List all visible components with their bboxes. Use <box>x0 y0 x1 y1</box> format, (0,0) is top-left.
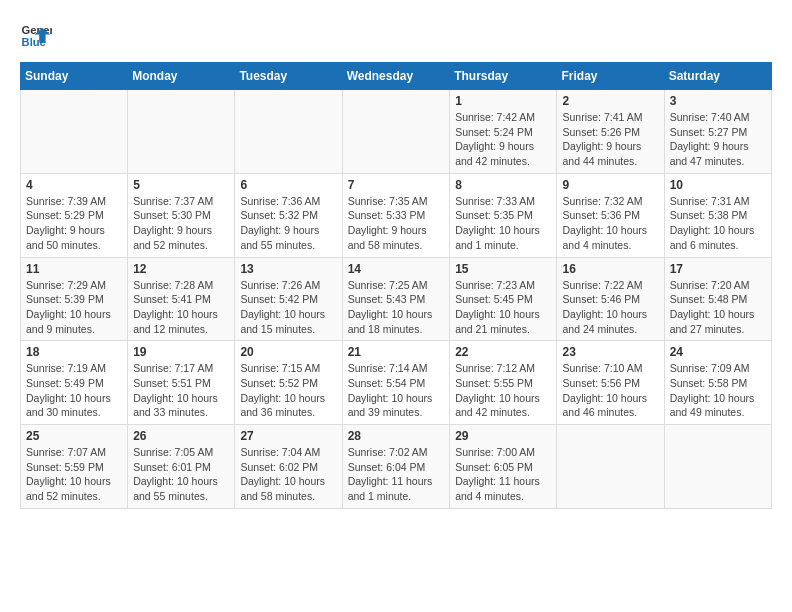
day-info: Sunrise: 7:41 AM Sunset: 5:26 PM Dayligh… <box>562 110 658 169</box>
day-number: 26 <box>133 429 229 443</box>
day-number: 11 <box>26 262 122 276</box>
day-info: Sunrise: 7:10 AM Sunset: 5:56 PM Dayligh… <box>562 361 658 420</box>
calendar-cell: 2Sunrise: 7:41 AM Sunset: 5:26 PM Daylig… <box>557 90 664 174</box>
day-info: Sunrise: 7:32 AM Sunset: 5:36 PM Dayligh… <box>562 194 658 253</box>
calendar-cell: 22Sunrise: 7:12 AM Sunset: 5:55 PM Dayli… <box>450 341 557 425</box>
day-number: 7 <box>348 178 445 192</box>
day-number: 27 <box>240 429 336 443</box>
day-info: Sunrise: 7:07 AM Sunset: 5:59 PM Dayligh… <box>26 445 122 504</box>
column-header-saturday: Saturday <box>664 63 771 90</box>
column-header-wednesday: Wednesday <box>342 63 450 90</box>
day-number: 10 <box>670 178 766 192</box>
calendar-cell: 24Sunrise: 7:09 AM Sunset: 5:58 PM Dayli… <box>664 341 771 425</box>
calendar-cell: 12Sunrise: 7:28 AM Sunset: 5:41 PM Dayli… <box>128 257 235 341</box>
column-header-tuesday: Tuesday <box>235 63 342 90</box>
calendar-cell: 26Sunrise: 7:05 AM Sunset: 6:01 PM Dayli… <box>128 425 235 509</box>
day-number: 23 <box>562 345 658 359</box>
calendar-cell <box>128 90 235 174</box>
day-info: Sunrise: 7:40 AM Sunset: 5:27 PM Dayligh… <box>670 110 766 169</box>
calendar-cell: 10Sunrise: 7:31 AM Sunset: 5:38 PM Dayli… <box>664 173 771 257</box>
calendar-cell <box>21 90 128 174</box>
day-info: Sunrise: 7:12 AM Sunset: 5:55 PM Dayligh… <box>455 361 551 420</box>
calendar-cell <box>342 90 450 174</box>
day-number: 25 <box>26 429 122 443</box>
day-number: 14 <box>348 262 445 276</box>
svg-text:General: General <box>22 24 52 36</box>
calendar-cell: 3Sunrise: 7:40 AM Sunset: 5:27 PM Daylig… <box>664 90 771 174</box>
calendar-cell: 20Sunrise: 7:15 AM Sunset: 5:52 PM Dayli… <box>235 341 342 425</box>
day-info: Sunrise: 7:29 AM Sunset: 5:39 PM Dayligh… <box>26 278 122 337</box>
day-number: 13 <box>240 262 336 276</box>
day-number: 24 <box>670 345 766 359</box>
day-info: Sunrise: 7:19 AM Sunset: 5:49 PM Dayligh… <box>26 361 122 420</box>
day-number: 16 <box>562 262 658 276</box>
column-header-monday: Monday <box>128 63 235 90</box>
column-header-thursday: Thursday <box>450 63 557 90</box>
calendar-table: SundayMondayTuesdayWednesdayThursdayFrid… <box>20 62 772 509</box>
day-info: Sunrise: 7:14 AM Sunset: 5:54 PM Dayligh… <box>348 361 445 420</box>
calendar-cell: 17Sunrise: 7:20 AM Sunset: 5:48 PM Dayli… <box>664 257 771 341</box>
calendar-cell: 21Sunrise: 7:14 AM Sunset: 5:54 PM Dayli… <box>342 341 450 425</box>
calendar-cell: 4Sunrise: 7:39 AM Sunset: 5:29 PM Daylig… <box>21 173 128 257</box>
day-info: Sunrise: 7:31 AM Sunset: 5:38 PM Dayligh… <box>670 194 766 253</box>
calendar-cell <box>235 90 342 174</box>
calendar-cell: 7Sunrise: 7:35 AM Sunset: 5:33 PM Daylig… <box>342 173 450 257</box>
calendar-cell: 6Sunrise: 7:36 AM Sunset: 5:32 PM Daylig… <box>235 173 342 257</box>
calendar-cell: 14Sunrise: 7:25 AM Sunset: 5:43 PM Dayli… <box>342 257 450 341</box>
day-info: Sunrise: 7:39 AM Sunset: 5:29 PM Dayligh… <box>26 194 122 253</box>
day-info: Sunrise: 7:26 AM Sunset: 5:42 PM Dayligh… <box>240 278 336 337</box>
day-number: 8 <box>455 178 551 192</box>
day-number: 17 <box>670 262 766 276</box>
logo-icon: General Blue <box>20 20 52 52</box>
page-header: General Blue <box>20 20 772 52</box>
calendar-cell: 11Sunrise: 7:29 AM Sunset: 5:39 PM Dayli… <box>21 257 128 341</box>
calendar-cell: 15Sunrise: 7:23 AM Sunset: 5:45 PM Dayli… <box>450 257 557 341</box>
day-info: Sunrise: 7:02 AM Sunset: 6:04 PM Dayligh… <box>348 445 445 504</box>
calendar-cell <box>664 425 771 509</box>
day-info: Sunrise: 7:05 AM Sunset: 6:01 PM Dayligh… <box>133 445 229 504</box>
calendar-cell: 1Sunrise: 7:42 AM Sunset: 5:24 PM Daylig… <box>450 90 557 174</box>
day-number: 18 <box>26 345 122 359</box>
calendar-cell <box>557 425 664 509</box>
day-number: 22 <box>455 345 551 359</box>
day-info: Sunrise: 7:36 AM Sunset: 5:32 PM Dayligh… <box>240 194 336 253</box>
day-info: Sunrise: 7:33 AM Sunset: 5:35 PM Dayligh… <box>455 194 551 253</box>
day-info: Sunrise: 7:17 AM Sunset: 5:51 PM Dayligh… <box>133 361 229 420</box>
day-info: Sunrise: 7:20 AM Sunset: 5:48 PM Dayligh… <box>670 278 766 337</box>
day-number: 5 <box>133 178 229 192</box>
day-number: 19 <box>133 345 229 359</box>
day-number: 28 <box>348 429 445 443</box>
day-info: Sunrise: 7:15 AM Sunset: 5:52 PM Dayligh… <box>240 361 336 420</box>
day-info: Sunrise: 7:35 AM Sunset: 5:33 PM Dayligh… <box>348 194 445 253</box>
day-info: Sunrise: 7:28 AM Sunset: 5:41 PM Dayligh… <box>133 278 229 337</box>
day-info: Sunrise: 7:22 AM Sunset: 5:46 PM Dayligh… <box>562 278 658 337</box>
day-number: 3 <box>670 94 766 108</box>
calendar-cell: 18Sunrise: 7:19 AM Sunset: 5:49 PM Dayli… <box>21 341 128 425</box>
calendar-cell: 16Sunrise: 7:22 AM Sunset: 5:46 PM Dayli… <box>557 257 664 341</box>
day-number: 2 <box>562 94 658 108</box>
calendar-cell: 27Sunrise: 7:04 AM Sunset: 6:02 PM Dayli… <box>235 425 342 509</box>
day-info: Sunrise: 7:04 AM Sunset: 6:02 PM Dayligh… <box>240 445 336 504</box>
calendar-cell: 5Sunrise: 7:37 AM Sunset: 5:30 PM Daylig… <box>128 173 235 257</box>
calendar-cell: 13Sunrise: 7:26 AM Sunset: 5:42 PM Dayli… <box>235 257 342 341</box>
day-number: 20 <box>240 345 336 359</box>
calendar-cell: 19Sunrise: 7:17 AM Sunset: 5:51 PM Dayli… <box>128 341 235 425</box>
day-number: 21 <box>348 345 445 359</box>
day-info: Sunrise: 7:37 AM Sunset: 5:30 PM Dayligh… <box>133 194 229 253</box>
day-number: 29 <box>455 429 551 443</box>
calendar-cell: 25Sunrise: 7:07 AM Sunset: 5:59 PM Dayli… <box>21 425 128 509</box>
day-number: 4 <box>26 178 122 192</box>
day-info: Sunrise: 7:25 AM Sunset: 5:43 PM Dayligh… <box>348 278 445 337</box>
day-info: Sunrise: 7:00 AM Sunset: 6:05 PM Dayligh… <box>455 445 551 504</box>
column-header-sunday: Sunday <box>21 63 128 90</box>
day-number: 15 <box>455 262 551 276</box>
calendar-cell: 28Sunrise: 7:02 AM Sunset: 6:04 PM Dayli… <box>342 425 450 509</box>
day-info: Sunrise: 7:42 AM Sunset: 5:24 PM Dayligh… <box>455 110 551 169</box>
day-number: 6 <box>240 178 336 192</box>
day-info: Sunrise: 7:23 AM Sunset: 5:45 PM Dayligh… <box>455 278 551 337</box>
day-number: 9 <box>562 178 658 192</box>
logo: General Blue <box>20 20 56 52</box>
calendar-cell: 8Sunrise: 7:33 AM Sunset: 5:35 PM Daylig… <box>450 173 557 257</box>
calendar-cell: 29Sunrise: 7:00 AM Sunset: 6:05 PM Dayli… <box>450 425 557 509</box>
calendar-cell: 9Sunrise: 7:32 AM Sunset: 5:36 PM Daylig… <box>557 173 664 257</box>
